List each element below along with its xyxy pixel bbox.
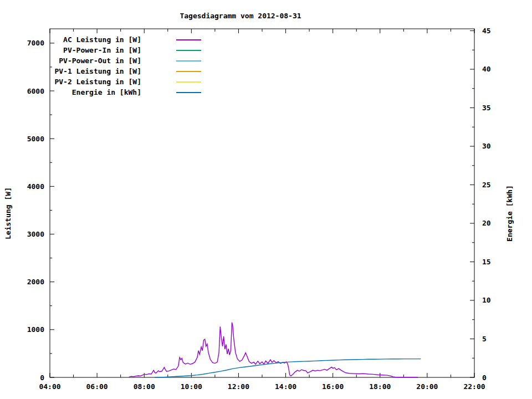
svg-text:10:00: 10:00: [181, 382, 202, 391]
legend-item: AC Leistung in [W]: [0, 34, 201, 45]
legend-item: Energie in [kWh]: [0, 87, 201, 98]
legend-item: PV-1 Leistung in [W]: [0, 66, 201, 76]
legend-label: PV-Power-Out in [W]: [0, 57, 141, 65]
svg-text:25: 25: [482, 181, 491, 189]
legend: AC Leistung in [W]PV-Power-In in [W]PV-P…: [0, 34, 201, 98]
legend-label: PV-Power-In in [W]: [0, 46, 141, 54]
svg-text:04:00: 04:00: [39, 382, 60, 391]
legend-label: PV-1 Leistung in [W]: [0, 67, 141, 75]
svg-text:14:00: 14:00: [275, 382, 296, 391]
svg-text:16:00: 16:00: [322, 382, 344, 391]
svg-text:08:00: 08:00: [134, 382, 155, 391]
svg-text:1000: 1000: [27, 325, 44, 334]
svg-text:3000: 3000: [27, 230, 44, 238]
svg-text:2000: 2000: [27, 278, 44, 286]
legend-line-sample: [176, 92, 201, 93]
legend-item: PV-2 Leistung in [W]: [0, 76, 201, 87]
svg-text:45: 45: [482, 27, 491, 35]
legend-label: Energie in [kWh]: [0, 88, 141, 96]
svg-text:35: 35: [482, 104, 491, 112]
svg-text:06:00: 06:00: [86, 382, 108, 391]
legend-line-sample: [176, 39, 201, 40]
x-axis-tick-labels: 04:0006:0008:0010:0012:0014:0016:0018:00…: [39, 382, 485, 391]
legend-line-sample: [176, 81, 201, 83]
svg-text:18:00: 18:00: [369, 382, 391, 391]
svg-text:30: 30: [482, 142, 491, 150]
legend-label: AC Leistung in [W]: [0, 35, 141, 44]
svg-text:12:00: 12:00: [228, 382, 249, 391]
legend-line-sample: [176, 60, 201, 62]
legend-item: PV-Power-In in [W]: [0, 45, 201, 55]
svg-text:20: 20: [482, 219, 491, 227]
svg-text:0: 0: [482, 374, 487, 382]
y-right-tick-labels: 051015202530354045: [482, 27, 491, 382]
svg-text:22:00: 22:00: [463, 382, 485, 391]
svg-text:5: 5: [482, 335, 487, 343]
chart-screenshot: 04:0006:0008:0010:0012:0014:0016:0018:00…: [0, 0, 532, 399]
y-right-axis-title: Energie [kWh]: [505, 185, 514, 242]
chart-title: Tagesdiagramm vom 2012-08-31: [180, 12, 301, 20]
svg-text:10: 10: [482, 296, 491, 304]
y-right-axis-ticks: [470, 30, 474, 377]
svg-text:40: 40: [482, 65, 491, 73]
svg-text:20:00: 20:00: [416, 382, 438, 391]
series-lines: [129, 323, 421, 377]
legend-label: PV-2 Leistung in [W]: [0, 78, 141, 86]
legend-item: PV-Power-Out in [W]: [0, 55, 201, 66]
svg-text:15: 15: [482, 258, 491, 266]
legend-line-sample: [176, 71, 201, 72]
legend-line-sample: [176, 50, 201, 51]
svg-text:5000: 5000: [27, 135, 44, 143]
svg-text:0: 0: [40, 374, 44, 382]
series-line-ac-leistung-in-w-: [129, 323, 418, 377]
svg-text:4000: 4000: [27, 182, 44, 191]
y-left-axis-title: Leistung [W]: [4, 187, 12, 239]
